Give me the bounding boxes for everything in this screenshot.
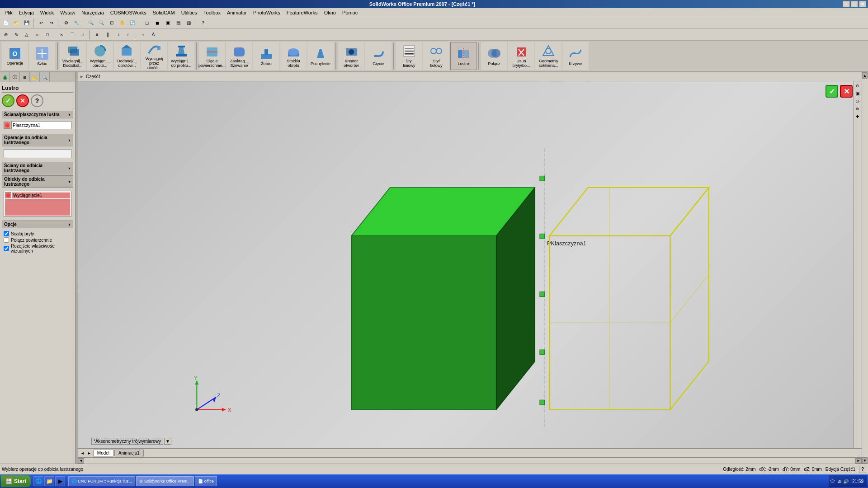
close-button[interactable]: ✕ <box>859 1 866 7</box>
scroll-right-btn[interactable]: ► <box>855 458 862 464</box>
tb2-1[interactable]: ⊕ <box>1 30 11 40</box>
scrollbar-h[interactable]: ◄ ► <box>78 457 862 464</box>
scroll-down-btn[interactable]: ▼ <box>862 457 868 464</box>
tb-options[interactable]: 🔧 <box>71 18 81 28</box>
menu-pomoc[interactable]: Pomoc <box>340 9 360 16</box>
menu-wstaw[interactable]: Wstaw <box>57 9 78 16</box>
tb-open[interactable]: 📂 <box>11 18 21 28</box>
maximize-button[interactable]: □ <box>851 1 858 7</box>
feat-bend[interactable]: Gięcie <box>365 42 392 70</box>
start-button[interactable]: 🪟 Start <box>1 475 31 487</box>
feat-sweep[interactable]: Wyciągnijprzez obróć... <box>141 42 167 70</box>
tb2-7[interactable]: ⌒ <box>67 30 77 40</box>
feat-circstyle[interactable]: Stylkolowy <box>423 42 449 70</box>
tb-new[interactable]: 📄 <box>1 18 11 28</box>
tb2-11[interactable]: ⊥ <box>113 30 123 40</box>
tb2-5[interactable]: □ <box>42 30 52 40</box>
tb-zoom-out[interactable]: 🔍 <box>96 18 106 28</box>
menu-edycja[interactable]: Edycja <box>16 9 37 16</box>
tray-volume[interactable]: 🔊 <box>843 479 849 484</box>
tb2-dim[interactable]: ↔ <box>138 30 148 40</box>
tb2-6[interactable]: ⊾ <box>57 30 67 40</box>
menu-animator[interactable]: Animator <box>224 9 250 16</box>
menu-solidcam[interactable]: SolidCAM <box>150 9 178 16</box>
feat-extrude2[interactable]: Wyciągni...obrotó... <box>87 42 113 70</box>
obj-item[interactable]: Wyciągnięcie1 <box>12 192 70 198</box>
tb-display-5[interactable]: ▥ <box>184 18 193 28</box>
menu-photoworks[interactable]: PhotoWorks <box>250 9 283 16</box>
feat-cut-surf[interactable]: Cięciepowierzchnie... <box>199 42 225 70</box>
feat-operacje[interactable]: O Operacje <box>2 42 28 70</box>
menu-toolbox[interactable]: Toolbox <box>201 9 223 16</box>
scrollbar-right-btn[interactable]: ► <box>86 451 92 455</box>
tray-network[interactable]: 🖥 <box>837 479 841 484</box>
tb-rebuild[interactable]: ⚙ <box>61 18 71 28</box>
tb-display-4[interactable]: ▤ <box>173 18 183 28</box>
menu-narzedzia[interactable]: Narzędzia <box>79 9 107 16</box>
panel-tab-config[interactable]: ⚙ <box>20 72 30 82</box>
scroll-left-btn[interactable]: ◄ <box>78 458 84 464</box>
section-objects-header[interactable]: Obiekty do odbicia lustrzanego <box>2 175 73 188</box>
taskbar-solidworks[interactable]: ⚙ SolidWorks Office Prem... <box>136 476 194 486</box>
help-btn[interactable]: ? <box>859 466 866 473</box>
tb-zoom-in[interactable]: 🔍 <box>86 18 96 28</box>
tab-animacja[interactable]: Animacja1 <box>114 450 144 456</box>
panel-tab-property[interactable]: ⓘ <box>10 72 20 82</box>
menu-plik[interactable]: Plik <box>2 9 15 16</box>
feat-loft[interactable]: Wyciągnij...do profilu... <box>168 42 194 70</box>
feat-dome[interactable]: Stożkiaobrotu <box>280 42 307 70</box>
tb2-8[interactable]: ⊿ <box>78 30 88 40</box>
section-operations-header[interactable]: Operacje do odbicia lustrzanego <box>2 134 73 146</box>
tb2-4[interactable]: ○ <box>32 30 42 40</box>
tb-display-3[interactable]: ▣ <box>163 18 173 28</box>
view-dropdown-arrow[interactable]: ▼ <box>164 438 171 445</box>
minimize-button[interactable]: − <box>843 1 850 7</box>
tb-help[interactable]: ? <box>198 18 208 28</box>
section-mirror-plane-header[interactable]: Ściana/płaszczyzna lustra <box>2 111 73 118</box>
tb2-12[interactable]: ⌂ <box>123 30 133 40</box>
tb-display-1[interactable]: ◻ <box>142 18 152 28</box>
cb-polacz[interactable] <box>4 237 9 243</box>
tb2-2[interactable]: ✎ <box>11 30 21 40</box>
feat-combine[interactable]: Połącz <box>481 42 507 70</box>
tb2-3[interactable]: △ <box>22 30 32 40</box>
section-options-header[interactable]: Opcje <box>2 221 73 228</box>
tab-model[interactable]: Model <box>93 450 113 456</box>
view-dropdown[interactable]: *Aksonometryczny trójwymiarowy <box>91 438 163 445</box>
feat-draft[interactable]: Pochylenie <box>307 42 334 70</box>
feat-linestyle[interactable]: Stylliniowy <box>396 42 422 70</box>
feat-extrude[interactable]: Wyciągnij...Dodatkól... <box>60 42 86 70</box>
taskbar-cnc[interactable]: 🌐 CNC FORUM :: Funkcja 'lus... <box>68 476 135 486</box>
tb2-9[interactable]: ≡ <box>92 30 102 40</box>
feat-curves[interactable]: Krzywe <box>562 42 589 70</box>
tray-antivirus[interactable]: 🛡 <box>830 479 835 484</box>
tb2-note[interactable]: A <box>148 30 158 40</box>
menu-featureworks[interactable]: FeatureWorks <box>284 9 321 16</box>
help-button[interactable]: ? <box>31 94 43 107</box>
scrollbar-left-btn[interactable]: ◄ <box>80 451 85 455</box>
panel-tab-feature[interactable]: 🌲 <box>0 72 10 82</box>
tb-save[interactable]: 💾 <box>22 18 32 28</box>
ok-button[interactable]: ✓ <box>2 94 14 107</box>
panel-tab-search[interactable]: 🔍 <box>40 72 50 82</box>
ql-media[interactable]: ▶ <box>55 476 65 486</box>
feat-szkic[interactable]: Szkic <box>29 42 55 70</box>
objects-list[interactable]: 🔴 Wyciągnięcie1 <box>4 191 71 217</box>
ql-ie[interactable]: 🌐 <box>33 476 43 486</box>
scrollbar-v[interactable]: ▲ ▼ <box>862 72 868 464</box>
menu-cosmosworks[interactable]: COSMOSWorks <box>108 9 149 16</box>
menu-okno[interactable]: Okno <box>321 9 339 16</box>
tb-zoom-fit[interactable]: ⊡ <box>107 18 117 28</box>
tb-display-2[interactable]: ◼ <box>152 18 162 28</box>
tb-redo[interactable]: ↪ <box>47 18 57 28</box>
feat-add[interactable]: Dodanej/...obrotów... <box>114 42 140 70</box>
tb-rotate[interactable]: 🔄 <box>127 18 137 28</box>
menu-widok[interactable]: Widok <box>38 9 57 16</box>
feat-delete[interactable]: Usuńbryły/bo... <box>508 42 534 70</box>
feat-rib[interactable]: Żebro <box>253 42 279 70</box>
viewport-3d[interactable]: ✓ ✕ ⊙ ▣ ◎ ⊗ ✚ <box>78 81 862 448</box>
cb-scalaj[interactable] <box>4 231 9 236</box>
taskbar-office[interactable]: 📄 office <box>195 476 217 486</box>
panel-tab-dm[interactable]: 📐 <box>30 72 40 82</box>
tb-pan[interactable]: ✋ <box>117 18 127 28</box>
